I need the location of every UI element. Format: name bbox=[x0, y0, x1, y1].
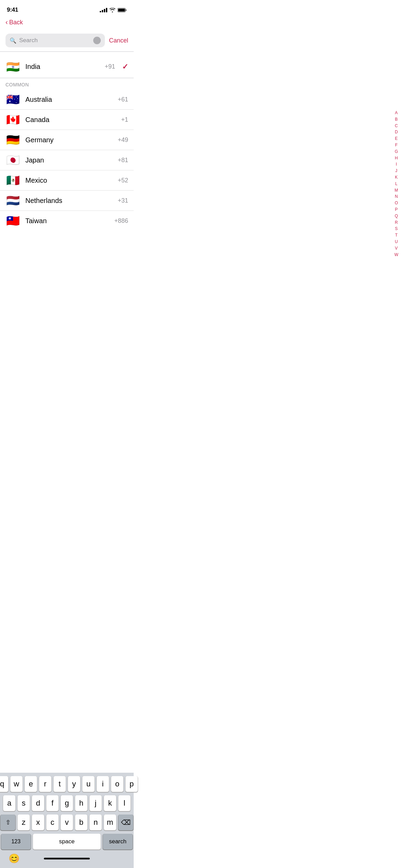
list-item-germany[interactable]: 🇩🇪 Germany +49 bbox=[0, 130, 134, 150]
country-code-japan: +81 bbox=[118, 157, 128, 164]
svg-rect-1 bbox=[118, 9, 125, 11]
flag-netherlands: 🇳🇱 bbox=[5, 195, 21, 206]
flag-taiwan: 🇹🇼 bbox=[5, 215, 21, 226]
flag-mexico: 🇲🇽 bbox=[5, 175, 21, 186]
flag-india: 🇮🇳 bbox=[5, 61, 21, 72]
cancel-button[interactable]: Cancel bbox=[109, 37, 128, 44]
country-code-germany: +49 bbox=[118, 136, 128, 144]
list-item-india[interactable]: 🇮🇳 India +91 ✓ bbox=[0, 57, 134, 76]
country-code-taiwan: +886 bbox=[114, 217, 128, 225]
flag-australia: 🇦🇺 bbox=[5, 94, 21, 105]
flag-canada: 🇨🇦 bbox=[5, 114, 21, 125]
status-time: 9:41 bbox=[7, 7, 18, 13]
country-code-netherlands: +31 bbox=[118, 197, 128, 204]
list-item-mexico[interactable]: 🇲🇽 Mexico +52 bbox=[0, 170, 134, 191]
section-header-common: COMMON bbox=[0, 79, 134, 89]
list-item-australia[interactable]: 🇦🇺 Australia +61 bbox=[0, 89, 134, 110]
flag-germany: 🇩🇪 bbox=[5, 134, 21, 145]
flag-japan: 🇯🇵 bbox=[5, 155, 21, 166]
status-icons bbox=[100, 8, 127, 12]
country-name-australia: Australia bbox=[25, 96, 113, 104]
search-row: 🔍 Search Cancel bbox=[0, 31, 134, 50]
wifi-icon bbox=[109, 8, 116, 12]
list-item-taiwan[interactable]: 🇹🇼 Taiwan +886 bbox=[0, 211, 134, 231]
country-name-germany: Germany bbox=[25, 136, 113, 144]
country-name-netherlands: Netherlands bbox=[25, 197, 113, 205]
search-icon: 🔍 bbox=[10, 37, 16, 44]
list-item-japan[interactable]: 🇯🇵 Japan +81 bbox=[0, 150, 134, 170]
country-name-canada: Canada bbox=[25, 116, 116, 124]
list-item-canada[interactable]: 🇨🇦 Canada +1 bbox=[0, 110, 134, 130]
country-name-japan: Japan bbox=[25, 156, 113, 164]
country-name-mexico: Mexico bbox=[25, 177, 113, 184]
back-chevron-icon: ‹ bbox=[5, 18, 8, 26]
country-name-india: India bbox=[25, 63, 100, 71]
section-divider bbox=[0, 78, 134, 78]
back-button[interactable]: ‹ Back bbox=[5, 19, 23, 26]
country-code-mexico: +52 bbox=[118, 177, 128, 184]
mic-button[interactable] bbox=[93, 37, 101, 44]
country-list: 🇮🇳 India +91 ✓ COMMON 🇦🇺 Australia +61 🇨… bbox=[0, 57, 134, 231]
search-input[interactable]: Search bbox=[19, 37, 90, 44]
country-name-taiwan: Taiwan bbox=[25, 217, 109, 225]
country-code-canada: +1 bbox=[121, 116, 128, 123]
checkmark-icon: ✓ bbox=[122, 62, 128, 71]
signal-icon bbox=[100, 8, 107, 12]
country-code-australia: +61 bbox=[118, 96, 128, 103]
list-item-netherlands[interactable]: 🇳🇱 Netherlands +31 bbox=[0, 191, 134, 211]
battery-icon bbox=[118, 8, 127, 12]
search-bar[interactable]: 🔍 Search bbox=[5, 34, 105, 47]
nav-bar: ‹ Back bbox=[0, 17, 134, 29]
status-bar: 9:41 bbox=[0, 0, 134, 17]
country-code-india: +91 bbox=[105, 63, 115, 70]
divider bbox=[0, 51, 134, 52]
back-label: Back bbox=[9, 19, 23, 26]
